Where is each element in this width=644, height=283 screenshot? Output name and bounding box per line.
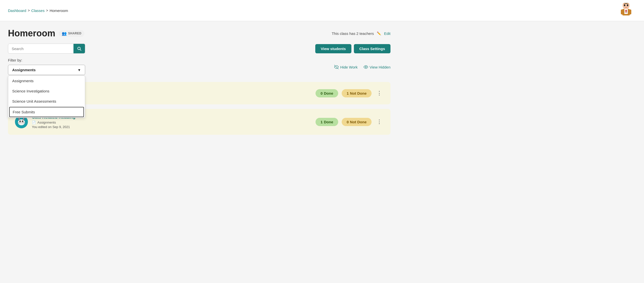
breadcrumb-sep-2: >	[46, 8, 48, 12]
search-row: View students Class Settings	[8, 44, 390, 54]
hide-work-label: Hide Work	[340, 65, 358, 69]
class-settings-button[interactable]: Class Settings	[354, 44, 390, 53]
not-done-count-2: 0	[347, 120, 349, 124]
assignment-right-2: 1 Done 0 Not Done ⋮	[316, 118, 384, 126]
svg-point-22	[23, 121, 23, 121]
search-input[interactable]	[8, 44, 74, 53]
view-hidden-link[interactable]: View Hidden	[364, 65, 390, 69]
not-done-label-1: Not Done	[350, 91, 366, 96]
shared-label: SHARED	[68, 32, 82, 35]
svg-point-20	[22, 120, 24, 122]
assignment-date-2: You edited on Sep 9, 2021	[32, 125, 76, 129]
svg-point-0	[622, 3, 630, 10]
svg-point-5	[627, 4, 628, 6]
hide-work-link[interactable]: Hide Work	[334, 65, 358, 69]
filter-option-science-unit-assessments[interactable]: Science Unit Assessments	[8, 96, 85, 106]
not-done-label-2: Not Done	[350, 120, 366, 124]
main-content: Homeroom 👥 SHARED This class has 2 teach…	[0, 21, 398, 142]
shared-icon: 👥	[62, 31, 67, 36]
view-hidden-icon	[364, 65, 368, 69]
view-students-button[interactable]: View students	[315, 44, 352, 53]
breadcrumb-dashboard[interactable]: Dashboard	[8, 8, 26, 13]
svg-rect-3	[629, 10, 631, 14]
done-count-2: 1	[320, 120, 322, 124]
header-right: This class has 2 teachers ✏️ Edit	[332, 32, 390, 36]
svg-line-25	[18, 123, 20, 123]
done-pill-1: 0 Done	[316, 89, 338, 98]
assignment-type-icon-2: 📄	[32, 120, 36, 124]
more-options-button-1[interactable]: ⋮	[375, 89, 384, 98]
edit-link[interactable]: Edit	[384, 32, 390, 36]
chevron-down-icon: ▼	[78, 68, 81, 72]
mascot	[616, 3, 636, 18]
top-bar: Dashboard > Classes > Homeroom	[0, 0, 644, 21]
shared-badge: 👥 SHARED	[59, 30, 84, 37]
hide-work-icon	[334, 65, 339, 69]
page-header: Homeroom 👥 SHARED This class has 2 teach…	[8, 28, 390, 38]
filter-dropdown-menu: Assignments Science Investigations Scien…	[8, 76, 85, 118]
filter-label: Filter by:	[8, 58, 390, 62]
edit-pencil-icon: ✏️	[377, 32, 381, 36]
not-done-count-1: 1	[347, 91, 349, 96]
not-done-pill-2: 0 Not Done	[342, 118, 372, 126]
done-count-1: 0	[320, 91, 322, 96]
assignment-type-2: Assignments	[37, 120, 56, 124]
view-hidden-label: View Hidden	[370, 65, 390, 69]
svg-point-4	[624, 4, 625, 6]
done-pill-2: 1 Done	[316, 118, 338, 126]
more-options-button-2[interactable]: ⋮	[375, 118, 384, 126]
search-box	[8, 44, 85, 54]
page-title: Homeroom	[8, 28, 55, 38]
done-label-2: Done	[324, 120, 333, 124]
svg-point-12	[365, 66, 366, 68]
filter-dropdown-container: Assignments ▼ Assignments Science Invest…	[8, 65, 85, 75]
done-label-1: Done	[324, 91, 333, 96]
filter-row: Assignments ▼ Assignments Science Invest…	[8, 65, 390, 75]
teachers-text: This class has 2 teachers	[332, 32, 374, 36]
filter-dropdown-trigger[interactable]: Assignments ▼	[8, 65, 85, 75]
header-buttons: View students Class Settings	[315, 44, 390, 53]
svg-line-27	[22, 123, 25, 123]
search-button[interactable]	[74, 44, 85, 53]
not-done-pill-1: 1 Not Done	[342, 89, 372, 98]
breadcrumb: Dashboard > Classes > Homeroom	[8, 8, 68, 13]
page-title-area: Homeroom 👥 SHARED	[8, 28, 84, 38]
assignment-right-1: 0 Done 1 Not Done ⋮	[316, 89, 384, 98]
svg-point-19	[20, 120, 21, 122]
filter-option-assignments[interactable]: Assignments	[8, 76, 85, 86]
assignment-type-row-2: 📄 Assignments	[32, 120, 76, 124]
breadcrumb-sep-1: >	[28, 8, 30, 12]
filter-option-free-submits[interactable]: Free Submits	[9, 107, 84, 117]
breadcrumb-current: Homeroom	[50, 8, 68, 13]
actions-right: Hide Work View Hidden	[334, 65, 390, 69]
filter-selected-value: Assignments	[12, 68, 36, 72]
breadcrumb-classes[interactable]: Classes	[32, 8, 44, 13]
svg-rect-2	[621, 10, 623, 14]
svg-point-21	[20, 121, 21, 121]
filter-option-science-investigations[interactable]: Science Investigations	[8, 86, 85, 96]
svg-line-10	[80, 49, 81, 50]
